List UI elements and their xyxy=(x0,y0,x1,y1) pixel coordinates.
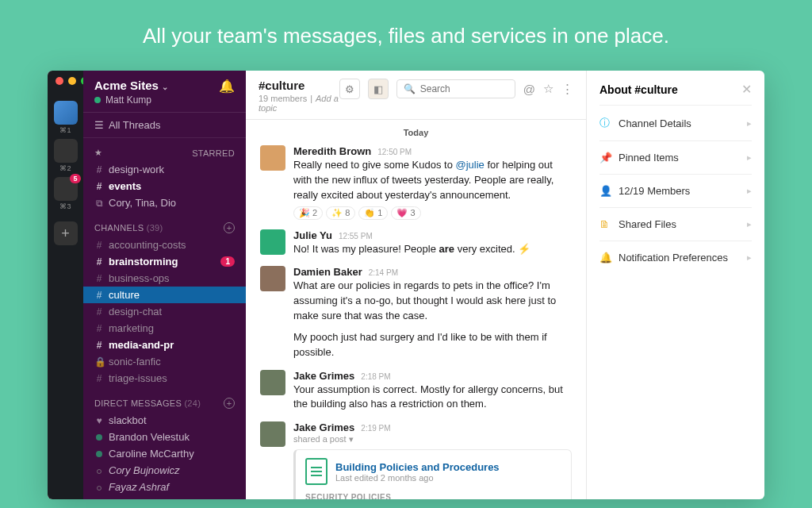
message: Damien Baker2:14 PM What are our policie… xyxy=(260,261,572,364)
sidebar-item[interactable]: #media-and-pr xyxy=(83,337,246,353)
hero-tagline: All your team's messages, files and serv… xyxy=(0,0,812,71)
details-row[interactable]: 📌Pinned Items ▸ xyxy=(599,140,752,174)
notifications-icon[interactable]: 🔔 xyxy=(219,79,235,94)
chevron-right-icon: ▸ xyxy=(747,252,752,263)
reaction[interactable]: 👏1 xyxy=(358,206,388,220)
channel-prefix-icon: # xyxy=(94,181,104,192)
sidebar-item[interactable]: #marketing xyxy=(83,320,246,337)
add-channel-button[interactable]: + xyxy=(224,222,235,233)
all-threads[interactable]: ☰All Threads xyxy=(83,113,246,138)
sidebar-item[interactable]: Fayaz Ashraf xyxy=(83,479,246,495)
sidebar-item[interactable]: Brandon Velestuk xyxy=(83,429,246,445)
details-row[interactable]: ⓘChannel Details ▸ xyxy=(599,105,752,140)
channels-header[interactable]: CHANNELS (39) + xyxy=(83,219,246,237)
sidebar-item[interactable]: #triage-issues xyxy=(83,370,246,387)
row-icon: 👤 xyxy=(599,185,611,197)
sidebar-item[interactable]: #business-ops xyxy=(83,270,246,287)
avatar[interactable] xyxy=(260,229,285,255)
close-icon[interactable]: ✕ xyxy=(741,82,752,97)
more-icon[interactable]: ⋮ xyxy=(561,82,573,96)
settings-icon[interactable]: ⚙ xyxy=(339,79,360,99)
dm-header[interactable]: DIRECT MESSAGES (24) + xyxy=(83,394,246,412)
sidebar-item[interactable]: Caroline McCarthy xyxy=(83,445,246,462)
close-icon[interactable] xyxy=(56,77,63,85)
sidebar-item[interactable]: #design-work xyxy=(83,161,246,178)
message-author[interactable]: Julie Yu xyxy=(293,229,332,241)
minimize-icon[interactable] xyxy=(68,77,76,85)
workspace-tile[interactable] xyxy=(54,139,78,163)
details-title: About #culture xyxy=(599,83,678,96)
reaction[interactable]: 💗3 xyxy=(391,206,420,220)
message-time: 2:18 PM xyxy=(361,372,390,381)
message-time: 12:50 PM xyxy=(377,148,412,156)
add-workspace-button[interactable]: + xyxy=(54,221,78,245)
workspace-shortcut: ⌘1 xyxy=(54,126,78,134)
row-icon: 🔔 xyxy=(599,252,611,264)
post-attachment[interactable]: Building Policies and ProceduresLast edi… xyxy=(293,449,572,499)
row-icon: 🗎 xyxy=(599,218,611,230)
workspace-tile[interactable] xyxy=(54,101,78,125)
channel-prefix-icon xyxy=(94,432,104,443)
sidebar-item[interactable]: 🔒sonic-fanfic xyxy=(83,353,246,370)
chevron-right-icon: ▸ xyxy=(747,186,752,196)
channel-prefix-icon xyxy=(94,498,104,500)
channel-prefix-icon: # xyxy=(94,240,104,251)
reaction[interactable]: 🎉2 xyxy=(293,206,323,220)
details-row[interactable]: 👤12/19 Members ▸ xyxy=(599,174,752,207)
sidebar-item[interactable]: ♥slackbot xyxy=(83,412,246,429)
channel-prefix-icon: # xyxy=(94,323,104,334)
sidebar-item[interactable]: #accounting-costs xyxy=(83,237,246,253)
user-presence[interactable]: Matt Kump xyxy=(94,94,168,106)
workspace-launcher: ⌘1⌘25⌘3 + xyxy=(48,71,83,499)
details-row[interactable]: 🔔Notification Preferences ▸ xyxy=(599,241,752,274)
mentions-icon[interactable]: @ xyxy=(523,83,535,96)
search-input[interactable]: 🔍 xyxy=(396,79,515,98)
sidebar-item[interactable]: #culture xyxy=(83,287,246,303)
shared-indicator[interactable]: shared a post ▾ xyxy=(293,434,572,444)
chevron-right-icon: ▸ xyxy=(747,152,752,163)
channel-prefix-icon: ⧉ xyxy=(94,198,104,209)
avatar[interactable] xyxy=(260,421,285,447)
channel-prefix-icon: # xyxy=(94,290,104,301)
workspace-tile[interactable]: 5 xyxy=(54,177,78,201)
channel-prefix-icon xyxy=(94,482,104,493)
avatar[interactable] xyxy=(260,145,285,171)
channel-prefix-icon: ♥ xyxy=(94,415,104,426)
main-pane: #culture 19 members|Add a topic ⚙ ◧ 🔍 @ … xyxy=(246,71,586,499)
chevron-right-icon: ▸ xyxy=(747,219,752,229)
message-time: 12:55 PM xyxy=(339,232,373,241)
channel-subtitle[interactable]: 19 members|Add a topic xyxy=(259,94,339,113)
message-time: 2:19 PM xyxy=(361,424,390,433)
channel-prefix-icon xyxy=(94,448,104,460)
message-author[interactable]: Jake Grimes xyxy=(293,421,354,433)
document-icon xyxy=(305,458,327,485)
sidebar-item[interactable]: #design-chat xyxy=(83,303,246,320)
details-row[interactable]: 🗎Shared Files ▸ xyxy=(599,207,752,241)
avatar[interactable] xyxy=(260,266,285,291)
toggle-pane-icon[interactable]: ◧ xyxy=(368,79,389,99)
message-author[interactable]: Damien Baker xyxy=(293,266,362,278)
message-author[interactable]: Meredith Brown xyxy=(293,145,371,157)
message: Jake Grimes2:19 PM shared a post ▾ Build… xyxy=(260,417,572,499)
starred-header: ★ STARRED xyxy=(83,144,246,161)
workspace-shortcut: ⌘2 xyxy=(54,164,78,172)
channel-prefix-icon: # xyxy=(94,256,104,267)
sidebar-item[interactable]: ⧉Cory, Tina, Dio xyxy=(83,194,246,211)
channel-title[interactable]: #culture xyxy=(259,79,339,92)
channel-prefix-icon: # xyxy=(94,273,104,284)
sidebar-item[interactable]: Graham Hicks xyxy=(83,495,246,499)
message-author[interactable]: Jake Grimes xyxy=(293,370,354,382)
add-dm-button[interactable]: + xyxy=(224,398,235,409)
sidebar-item[interactable]: #brainstorming1 xyxy=(83,253,246,270)
reaction[interactable]: ✨8 xyxy=(326,206,355,220)
sidebar-item[interactable]: #events xyxy=(83,178,246,194)
avatar[interactable] xyxy=(260,370,285,395)
channel-prefix-icon: # xyxy=(94,340,104,351)
threads-icon: ☰ xyxy=(94,119,104,131)
star-icon[interactable]: ☆ xyxy=(543,82,553,96)
row-icon: ⓘ xyxy=(599,116,611,130)
sidebar-item[interactable]: Cory Bujnowicz xyxy=(83,462,246,479)
team-switcher[interactable]: Acme Sites⌄ xyxy=(94,79,168,92)
app-window: ⌘1⌘25⌘3 + Acme Sites⌄ Matt Kump 🔔 ☰All T… xyxy=(48,71,764,499)
channel-prefix-icon xyxy=(94,465,104,476)
